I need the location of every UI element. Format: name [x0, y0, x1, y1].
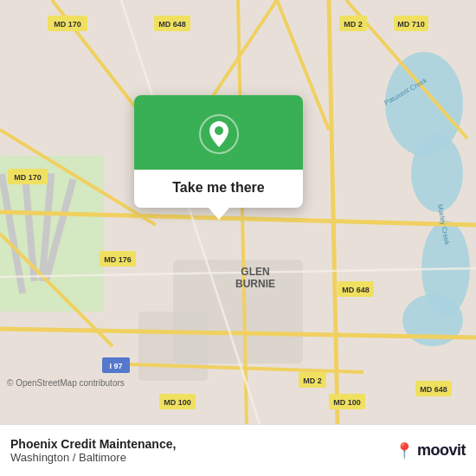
map-background: MD 170 MD 2 MD 710 MD 648 MD 170 MD 176 … [0, 0, 476, 424]
svg-text:MD 170: MD 170 [14, 173, 42, 182]
moovit-text: moovit [417, 441, 466, 460]
place-location: Washington / Baltimore [10, 451, 395, 464]
svg-point-54 [215, 126, 223, 135]
popup-caret [209, 208, 229, 220]
svg-text:MD 176: MD 176 [104, 255, 132, 264]
svg-text:MD 100: MD 100 [333, 398, 361, 407]
copyright-notice: © OpenStreetMap contributors [7, 378, 125, 388]
location-pin-icon [199, 114, 239, 154]
svg-text:MD 710: MD 710 [397, 20, 425, 29]
svg-text:GLEN: GLEN [241, 266, 269, 278]
svg-text:MD 648: MD 648 [342, 286, 370, 294]
svg-text:BURNIE: BURNIE [235, 278, 275, 290]
popup-card: Take me there [134, 95, 303, 208]
moovit-logo: 📍 moovit [395, 441, 466, 460]
svg-text:MD 100: MD 100 [164, 398, 191, 407]
place-name: Phoenix Credit Maintenance, [10, 437, 395, 451]
popup-header [134, 95, 303, 170]
place-info: Phoenix Credit Maintenance, Washington /… [10, 437, 395, 464]
bottom-bar: Phoenix Credit Maintenance, Washington /… [0, 424, 476, 476]
take-me-there-button[interactable]: Take me there [134, 170, 303, 208]
svg-text:I 97: I 97 [109, 362, 122, 370]
svg-text:MD 2: MD 2 [303, 376, 322, 385]
map-container: MD 170 MD 2 MD 710 MD 648 MD 170 MD 176 … [0, 0, 476, 424]
svg-text:MD 648: MD 648 [158, 20, 186, 29]
svg-text:MD 170: MD 170 [54, 20, 81, 29]
svg-rect-11 [138, 312, 208, 381]
svg-point-2 [411, 134, 463, 212]
moovit-pin-icon: 📍 [395, 441, 414, 460]
svg-text:MD 2: MD 2 [344, 20, 363, 29]
svg-text:MD 648: MD 648 [420, 385, 447, 394]
